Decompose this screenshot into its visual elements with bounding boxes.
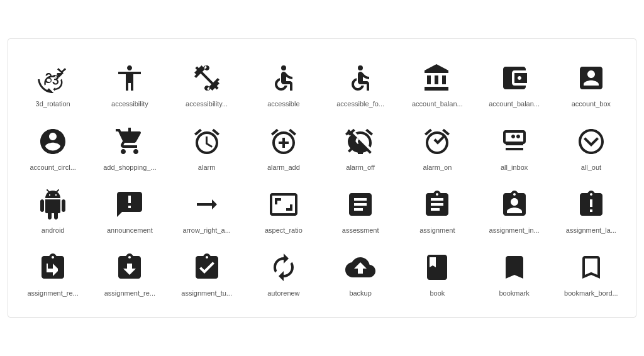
icon-item-autorenew[interactable]: autorenew — [245, 241, 322, 304]
icon-item-announcement[interactable]: announcement — [91, 178, 168, 241]
icon-item-backup[interactable]: backup — [322, 241, 399, 304]
backup-icon — [344, 251, 377, 284]
icon-item-account_circle[interactable]: account_circl... — [14, 115, 91, 178]
assignment_turned_in-icon — [191, 251, 223, 284]
icon-label-backup: backup — [349, 289, 371, 298]
icon-label-aspect_ratio: aspect_ratio — [265, 226, 303, 235]
3d_rotation-icon — [36, 62, 69, 94]
icon-label-announcement: announcement — [107, 226, 153, 235]
accessibility_new-icon — [191, 62, 223, 94]
accessibility-icon — [113, 62, 146, 94]
android-icon — [36, 188, 69, 221]
icon-label-account_balance: account_balan... — [412, 99, 463, 108]
icon-item-alarm_on[interactable]: alarm_on — [399, 115, 475, 178]
icon-item-3d_rotation[interactable]: 3d_rotation — [14, 52, 91, 114]
icon-item-arrow_right_alt[interactable]: arrow_right_a... — [169, 178, 245, 241]
icon-label-account_circle: account_circl... — [30, 163, 75, 172]
alarm-icon — [191, 125, 223, 158]
svg-point-0 — [281, 65, 286, 70]
book-icon — [421, 251, 453, 284]
icon-item-bookmark_border[interactable]: bookmark_bord... — [553, 241, 630, 304]
icon-label-assessment: assessment — [342, 226, 379, 235]
icon-label-book: book — [430, 289, 445, 298]
bookmark_border-icon — [575, 251, 608, 284]
icon-item-book[interactable]: book — [399, 241, 475, 304]
icon-label-accessible: accessible — [267, 99, 299, 108]
icon-item-assignment[interactable]: assignment — [399, 178, 475, 241]
icon-item-accessible_forward[interactable]: accessible_fo... — [322, 52, 399, 114]
icon-label-all_inbox: all_inbox — [501, 163, 528, 172]
icon-label-alarm_off: alarm_off — [346, 163, 375, 172]
icon-label-all_out: all_out — [581, 163, 601, 172]
icon-item-all_out[interactable]: all_out — [553, 115, 630, 178]
account_box-icon — [575, 62, 608, 94]
icon-item-assignment_ind[interactable]: assignment_in... — [476, 178, 553, 241]
aspect_ratio-icon — [267, 188, 300, 221]
icon-label-add_shopping_cart: add_shopping_... — [103, 163, 156, 172]
icon-label-account_box: account_box — [572, 99, 611, 108]
icon-label-autorenew: autorenew — [267, 289, 299, 298]
bookmark-icon — [498, 251, 531, 284]
account_balance-icon — [421, 62, 453, 94]
icon-label-alarm: alarm — [198, 163, 216, 172]
icon-label-bookmark_border: bookmark_bord... — [564, 289, 618, 298]
icon-label-assignment: assignment — [419, 226, 455, 235]
icon-label-assignment_turned_in: assignment_tu... — [181, 289, 232, 298]
icon-item-bookmark[interactable]: bookmark — [476, 241, 553, 304]
icon-item-assignment_return[interactable]: assignment_re... — [14, 241, 91, 304]
alarm_off-icon — [344, 125, 377, 158]
announcement-icon — [113, 188, 146, 221]
assignment-icon — [421, 188, 453, 221]
icon-item-account_balance[interactable]: account_balan... — [399, 52, 475, 114]
accessible_forward-icon — [344, 62, 377, 94]
icon-item-assignment_turned_in[interactable]: assignment_tu... — [169, 241, 245, 304]
icon-label-accessible_forward: accessible_fo... — [336, 99, 384, 108]
icon-item-alarm_off[interactable]: alarm_off — [322, 115, 399, 178]
assignment_ind-icon — [498, 188, 531, 221]
icon-item-account_balance_wallet[interactable]: account_balan... — [476, 52, 553, 114]
icon-label-android: android — [42, 226, 65, 235]
icon-item-assignment_late[interactable]: assignment_la... — [553, 178, 630, 241]
icon-label-assignment_returned: assignment_re... — [104, 289, 155, 298]
icon-item-assessment[interactable]: assessment — [322, 178, 399, 241]
icon-item-alarm[interactable]: alarm — [169, 115, 245, 178]
icon-item-android[interactable]: android — [14, 178, 91, 241]
autorenew-icon — [267, 251, 300, 284]
icon-item-assignment_returned[interactable]: assignment_re... — [91, 241, 168, 304]
assignment_late-icon — [575, 188, 608, 221]
all_inbox-icon — [498, 125, 531, 158]
icon-label-alarm_add: alarm_add — [267, 163, 300, 172]
account_balance_wallet-icon — [498, 62, 531, 94]
arrow_right_alt-icon — [191, 188, 223, 221]
icon-item-account_box[interactable]: account_box — [553, 52, 630, 114]
assignment_return-icon — [36, 251, 69, 284]
icon-label-arrow_right_alt: arrow_right_a... — [182, 226, 230, 235]
icon-item-aspect_ratio[interactable]: aspect_ratio — [245, 178, 322, 241]
icon-item-alarm_add[interactable]: alarm_add — [245, 115, 322, 178]
alarm_on-icon — [421, 125, 453, 158]
icon-library: 3d_rotation accessibility accessibility.… — [8, 38, 636, 317]
icon-label-alarm_on: alarm_on — [423, 163, 452, 172]
icon-label-assignment_return: assignment_re... — [27, 289, 78, 298]
alarm_add-icon — [267, 125, 300, 158]
icon-label-account_balance_wallet: account_balan... — [489, 99, 540, 108]
icon-label-accessibility_new: accessibility... — [186, 99, 228, 108]
icon-item-add_shopping_cart[interactable]: add_shopping_... — [91, 115, 168, 178]
all_out-icon — [575, 125, 608, 158]
icon-item-accessible[interactable]: accessible — [245, 52, 322, 114]
assignment_returned-icon — [113, 251, 146, 284]
icon-label-accessibility: accessibility — [111, 99, 148, 108]
svg-point-1 — [358, 65, 363, 70]
icon-label-3d_rotation: 3d_rotation — [36, 99, 70, 108]
assessment-icon — [344, 188, 377, 221]
icon-item-accessibility_new[interactable]: accessibility... — [169, 52, 245, 114]
icon-label-assignment_ind: assignment_in... — [489, 226, 540, 235]
icon-label-bookmark: bookmark — [499, 289, 529, 298]
accessible-icon — [267, 62, 300, 94]
icon-label-assignment_late: assignment_la... — [566, 226, 616, 235]
icon-grid: 3d_rotation accessibility accessibility.… — [14, 52, 630, 304]
add_shopping_cart-icon — [113, 125, 146, 158]
icon-item-accessibility[interactable]: accessibility — [91, 52, 168, 114]
account_circle-icon — [36, 125, 69, 158]
icon-item-all_inbox[interactable]: all_inbox — [476, 115, 553, 178]
